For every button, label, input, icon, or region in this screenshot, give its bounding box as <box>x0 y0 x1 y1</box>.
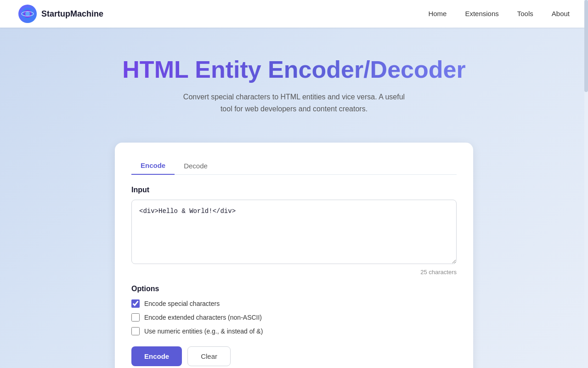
checkbox-encode-extended[interactable] <box>131 313 140 322</box>
nav-extensions[interactable]: Extensions <box>465 10 498 17</box>
label-use-numeric: Use numeric entities (e.g., & instead of… <box>144 328 263 335</box>
tab-encode[interactable]: Encode <box>131 157 175 175</box>
nav-about[interactable]: About <box>552 10 570 17</box>
navbar: StartupMachine Home Extensions Tools Abo… <box>0 0 588 28</box>
page-subtitle: Convert special characters to HTML entit… <box>179 91 409 115</box>
scrollbar-thumb[interactable] <box>584 0 588 92</box>
svg-point-2 <box>25 12 30 16</box>
button-row: Encode Clear <box>131 346 457 366</box>
page-title: HTML Entity Encoder/Decoder <box>18 55 570 84</box>
label-encode-special: Encode special characters <box>144 300 220 307</box>
main-card: Encode Decode Input <div>Hello & World!<… <box>115 143 473 368</box>
checkbox-encode-special[interactable] <box>131 299 140 308</box>
encode-button[interactable]: Encode <box>131 346 182 366</box>
brand-name: StartupMachine <box>41 9 103 19</box>
brand-logo-icon <box>18 5 37 23</box>
option-encode-special[interactable]: Encode special characters <box>131 299 457 308</box>
options-group: Encode special characters Encode extende… <box>131 299 457 335</box>
input-textarea[interactable]: <div>Hello & World!</div> <box>131 200 457 264</box>
nav-tools[interactable]: Tools <box>517 10 533 17</box>
scrollbar-track <box>584 0 588 368</box>
nav-menu: Home Extensions Tools About <box>428 10 570 18</box>
tab-bar: Encode Decode <box>131 156 457 175</box>
clear-button[interactable]: Clear <box>187 346 231 366</box>
option-encode-extended[interactable]: Encode extended characters (non-ASCII) <box>131 313 457 322</box>
checkbox-use-numeric[interactable] <box>131 327 140 335</box>
label-encode-extended: Encode extended characters (non-ASCII) <box>144 314 262 321</box>
hero-section: HTML Entity Encoder/Decoder Convert spec… <box>0 28 588 133</box>
option-use-numeric[interactable]: Use numeric entities (e.g., & instead of… <box>131 327 457 335</box>
nav-home[interactable]: Home <box>428 10 447 17</box>
input-label: Input <box>131 186 457 194</box>
tab-decode[interactable]: Decode <box>175 157 217 175</box>
brand-link[interactable]: StartupMachine <box>18 5 103 23</box>
char-count: 25 characters <box>131 269 457 276</box>
options-label: Options <box>131 285 457 293</box>
